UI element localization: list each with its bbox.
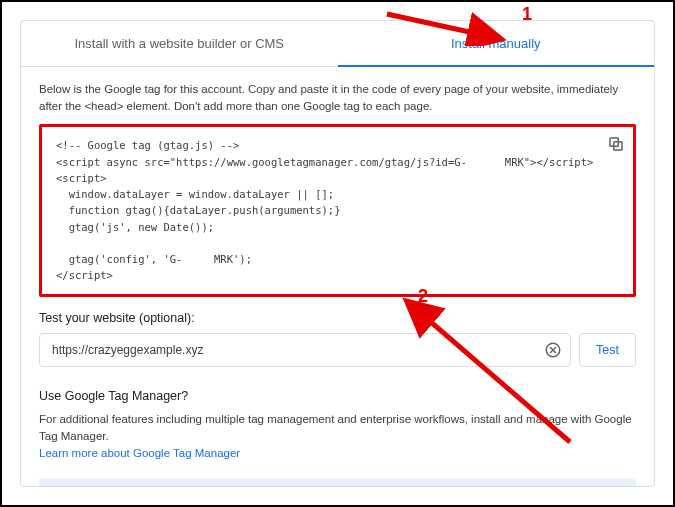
- tab-builder[interactable]: Install with a website builder or CMS: [21, 21, 338, 66]
- clear-icon[interactable]: [544, 341, 562, 359]
- test-button[interactable]: Test: [579, 333, 636, 367]
- tab-bar: Install with a website builder or CMS In…: [21, 21, 654, 67]
- consent-banner: If you have end users in the European Ec…: [39, 478, 636, 487]
- install-card: Install with a website builder or CMS In…: [20, 20, 655, 487]
- code-snippet-box: <!-- Google tag (gtag.js) --> <script as…: [39, 124, 636, 296]
- test-row: Test: [39, 333, 636, 367]
- test-url-input[interactable]: [52, 343, 544, 357]
- gtm-desc: For additional features including multip…: [39, 411, 636, 463]
- test-title: Test your website (optional):: [39, 311, 636, 325]
- copy-icon[interactable]: [607, 135, 625, 153]
- content: Below is the Google tag for this account…: [21, 67, 654, 487]
- tab-underline: [338, 65, 655, 67]
- gtm-learn-more-link[interactable]: Learn more about Google Tag Manager: [39, 447, 240, 459]
- test-input-wrap: [39, 333, 571, 367]
- intro-text: Below is the Google tag for this account…: [39, 81, 636, 114]
- gtm-desc-text: For additional features including multip…: [39, 413, 632, 442]
- code-snippet[interactable]: <!-- Google tag (gtag.js) --> <script as…: [56, 137, 599, 283]
- tab-manual[interactable]: Install manually: [338, 21, 655, 66]
- gtm-title: Use Google Tag Manager?: [39, 389, 636, 403]
